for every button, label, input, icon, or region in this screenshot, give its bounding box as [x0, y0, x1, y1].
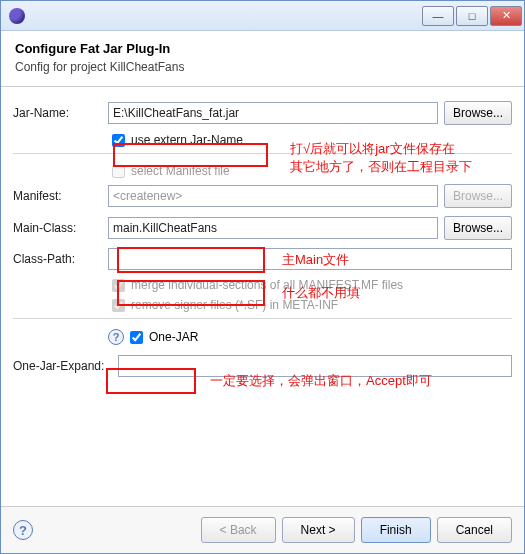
merge-sections-label: merge individual-sections of all MANIFES…	[131, 278, 403, 292]
minimize-button[interactable]: —	[422, 6, 454, 26]
dialog-content: Jar-Name: Browse... use extern Jar-Name …	[1, 87, 524, 506]
cancel-button[interactable]: Cancel	[437, 517, 512, 543]
back-button: < Back	[201, 517, 276, 543]
one-jar-label: One-JAR	[149, 330, 198, 344]
manifest-input	[108, 185, 438, 207]
finish-button[interactable]: Finish	[361, 517, 431, 543]
remove-signer-label: remove signer files (*.SF) in META-INF	[131, 298, 338, 312]
one-jar-checkbox[interactable]	[130, 331, 143, 344]
dialog-title: Configure Fat Jar Plug-In	[15, 41, 510, 56]
maximize-button[interactable]: □	[456, 6, 488, 26]
jar-name-input[interactable]	[108, 102, 438, 124]
one-jar-expand-input[interactable]	[118, 355, 512, 377]
eclipse-icon	[9, 8, 25, 24]
close-button[interactable]: ✕	[490, 6, 522, 26]
remove-signer-checkbox	[112, 299, 125, 312]
use-extern-jar-label: use extern Jar-Name	[131, 133, 243, 147]
class-path-input[interactable]	[108, 248, 512, 270]
main-class-label: Main-Class:	[13, 221, 108, 235]
titlebar: — □ ✕	[1, 1, 524, 31]
jar-name-browse-button[interactable]: Browse...	[444, 101, 512, 125]
dialog-header: Configure Fat Jar Plug-In Config for pro…	[1, 31, 524, 87]
select-manifest-label: select Manifest file	[131, 164, 230, 178]
manifest-browse-button: Browse...	[444, 184, 512, 208]
dialog-footer: ? < Back Next > Finish Cancel	[1, 506, 524, 553]
divider	[13, 153, 512, 154]
dialog-subtitle: Config for project KillCheatFans	[15, 60, 510, 74]
class-path-label: Class-Path:	[13, 252, 108, 266]
jar-name-label: Jar-Name:	[13, 106, 108, 120]
help-icon[interactable]: ?	[108, 329, 124, 345]
footer-help-icon[interactable]: ?	[13, 520, 33, 540]
manifest-label: Manifest:	[13, 189, 108, 203]
one-jar-expand-label: One-Jar-Expand:	[13, 359, 118, 373]
use-extern-jar-checkbox[interactable]	[112, 134, 125, 147]
select-manifest-checkbox	[112, 165, 125, 178]
main-class-browse-button[interactable]: Browse...	[444, 216, 512, 240]
main-class-input[interactable]	[108, 217, 438, 239]
dialog-window: — □ ✕ Configure Fat Jar Plug-In Config f…	[0, 0, 525, 554]
divider	[13, 318, 512, 319]
next-button[interactable]: Next >	[282, 517, 355, 543]
merge-sections-checkbox	[112, 279, 125, 292]
